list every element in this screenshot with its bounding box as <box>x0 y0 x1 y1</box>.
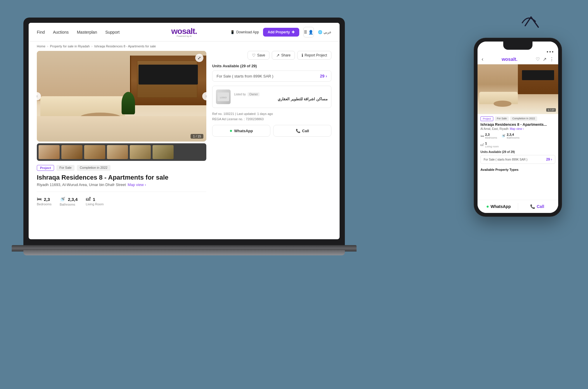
report-button[interactable]: ℹ Report Project <box>297 51 331 60</box>
laptop: Find Auctions Masterplan Support wosalt.… <box>23 18 351 369</box>
phone-whatsapp-label: WhatsApp <box>490 204 511 209</box>
phone-heart-icon[interactable]: ♡ <box>536 56 540 62</box>
phone-units: Units Available (29 of 29) <box>480 150 555 154</box>
feature-bathrooms: 🚿 2,3,4 Bathrooms <box>60 197 77 206</box>
phone: ● ● ● ‹ wosalt. ♡ ↗ ⋮ 1 / 27 Project For… <box>474 38 562 216</box>
agent-card: LOGO Listed by Owner مساكن اشراقة للتطوي… <box>212 86 331 108</box>
phone-for-sale-bar[interactable]: For Sale ( starts from 899K SAR ) 29 › <box>480 155 555 164</box>
phone-feature-living-info: 1 Living room <box>485 142 499 148</box>
phone-share-icon[interactable]: ↗ <box>543 56 547 62</box>
phone-scroll-content: Ishraqa Residences 8 - Apartments... Al … <box>478 122 558 200</box>
breadcrumb-sep-2: › <box>91 44 93 48</box>
decorative-scribble <box>519 11 543 32</box>
nav-auctions[interactable]: Auctions <box>53 30 69 35</box>
laptop-bezel: Find Auctions Masterplan Support wosalt.… <box>23 18 345 246</box>
phone-map-link[interactable]: Map view › <box>510 127 524 130</box>
phone-bathrooms-label: Bathrooms <box>507 136 520 139</box>
menu-icon: ☰ <box>304 30 307 34</box>
bed-icon: 🛏 <box>37 197 41 202</box>
call-label: Call <box>302 129 309 133</box>
thumbnail-1[interactable] <box>39 145 60 159</box>
breadcrumb: Home › Property for sale in Riyadah › Is… <box>29 42 340 51</box>
room-tv <box>139 65 198 85</box>
phone-icon: 📱 <box>230 30 235 34</box>
address-text: Riyadh 11693, Al-Wurud Area, Umar bin Dh… <box>37 183 126 187</box>
phone-back-button[interactable]: ‹ <box>482 56 483 62</box>
nav-left: Find Auctions Masterplan Support <box>37 30 120 35</box>
phone-tag-completion: Completion in 2022 <box>510 116 537 121</box>
phone-feature-bedrooms-info: 2,3 Bedrooms <box>485 133 497 139</box>
phone-tag-project: Project <box>480 116 493 121</box>
language-button[interactable]: 🌐 عربي <box>318 30 331 34</box>
thumbnail-6[interactable] <box>153 145 174 159</box>
phone-whatsapp-icon: ● <box>486 204 489 209</box>
tag-project: Project <box>37 165 54 171</box>
phone-more-icon[interactable]: ⋮ <box>549 56 554 62</box>
thumbnail-5[interactable] <box>130 145 151 159</box>
add-property-button[interactable]: Add Property ✚ <box>263 28 299 37</box>
breadcrumb-property[interactable]: Property for sale in Riyadah <box>50 44 90 48</box>
nav-find[interactable]: Find <box>37 30 45 35</box>
phone-bedrooms-value: 2,3 <box>485 133 497 136</box>
language-label: عربي <box>324 30 331 34</box>
thumbnail-4[interactable] <box>107 145 128 159</box>
breadcrumb-sep-1: › <box>47 44 48 48</box>
menu-user-button[interactable]: ☰ 👤 <box>303 27 314 37</box>
bath-icon: 🚿 <box>60 197 65 202</box>
main-image[interactable]: ⤢ 1 / 15 ‹ › <box>37 51 206 142</box>
call-button[interactable]: 📞 Call <box>273 125 331 137</box>
agent-by: Listed by Owner <box>234 92 328 96</box>
feature-bedrooms: 🛏 2,3 Bedrooms <box>37 197 51 206</box>
phone-address: Al Amal, East, Riyadh Map view › <box>480 127 555 130</box>
phone-call-button[interactable]: 📞 Call <box>520 204 554 209</box>
whatsapp-icon: ● <box>230 128 233 133</box>
share-label: Share <box>281 53 290 57</box>
right-panel: ♡ Save ↗ Share ℹ Report Project Units Av… <box>212 51 331 206</box>
svg-text:LOGO: LOGO <box>220 96 226 99</box>
property-title: Ishraqa Residences 8 - Apartments for sa… <box>37 174 206 181</box>
share-button[interactable]: ↗ Share <box>272 51 295 60</box>
whatsapp-button[interactable]: ● WhatsApp <box>212 125 270 137</box>
download-app-button[interactable]: 📱 Download App <box>230 30 259 34</box>
for-sale-count: 29 › <box>320 74 327 78</box>
phone-logo[interactable]: wosalt. <box>501 57 517 62</box>
map-view-link[interactable]: Map view › <box>128 183 146 187</box>
rega-info: REGA Ad License no. : 7200238863 <box>212 117 331 121</box>
save-button[interactable]: ♡ Save <box>248 51 269 60</box>
thumbnail-3[interactable] <box>84 145 105 159</box>
feature-bedrooms-value: 🛏 2,3 <box>37 197 51 202</box>
nav-support[interactable]: Support <box>105 30 120 35</box>
phone-bedrooms-label: Bedrooms <box>485 136 497 139</box>
phone-main-image[interactable]: 1 / 27 <box>478 64 558 114</box>
phone-feature-living: 🛋 1 Living room <box>480 142 499 148</box>
heart-icon: ♡ <box>252 53 256 58</box>
expand-button[interactable]: ⤢ <box>195 54 203 62</box>
agent-logo: LOGO <box>216 89 231 104</box>
property-address: Riyadh 11693, Al-Wurud Area, Umar bin Dh… <box>37 183 206 187</box>
phone-bed-icon: 🛏 <box>480 134 484 138</box>
phone-features-row2: 🛋 1 Living room <box>480 142 555 148</box>
phone-tv <box>522 70 554 80</box>
phone-indicators: ● ● ● <box>547 50 554 53</box>
thumbnail-2[interactable] <box>61 145 82 159</box>
property-features: 🛏 2,3 Bedrooms 🚿 2,3,4 Bathrooms <box>37 192 206 206</box>
living-room-label: Living Room <box>86 202 104 206</box>
site-header: Find Auctions Masterplan Support wosalt.… <box>29 23 340 42</box>
whatsapp-label: WhatsApp <box>234 129 253 133</box>
share-icon: ↗ <box>276 53 280 58</box>
main-image-inner <box>37 51 206 142</box>
phone-call-label: Call <box>537 204 544 209</box>
units-available: Units Available (29 of 29) <box>212 64 331 68</box>
logo-area: wosalt. Powered by AI <box>171 27 197 37</box>
breadcrumb-home[interactable]: Home <box>37 44 45 48</box>
nav-masterplan[interactable]: Masterplan <box>77 30 97 35</box>
phone-tag-sale: For Sale <box>495 116 509 121</box>
phone-tags: Project For Sale Completion in 2022 <box>478 114 558 122</box>
nav-right: 📱 Download App Add Property ✚ ☰ 👤 🌐 عربي <box>230 27 331 37</box>
breadcrumb-current: Ishraqa Residences 8 - Apartments for sa… <box>94 44 156 48</box>
add-property-label: Add Property <box>268 30 290 34</box>
room-floor <box>37 116 206 142</box>
for-sale-bar[interactable]: For Sale ( starts from 899K SAR ) 29 › <box>212 70 331 82</box>
phone-whatsapp-button[interactable]: ● WhatsApp <box>482 204 516 209</box>
phone-screen: ● ● ● ‹ wosalt. ♡ ↗ ⋮ 1 / 27 Project For… <box>478 42 558 213</box>
